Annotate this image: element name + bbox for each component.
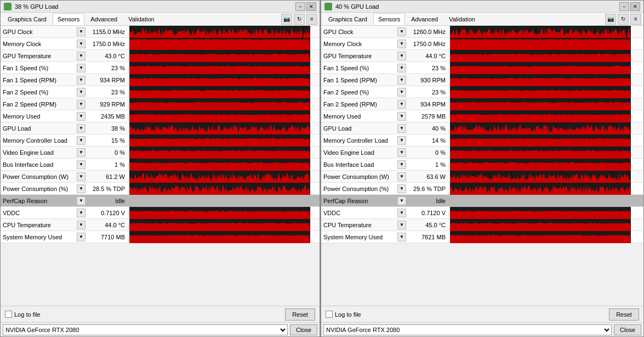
sensor-value-cell: 7710 MB: [86, 234, 129, 240]
right-tab-sensors[interactable]: Sensors: [373, 13, 405, 25]
sensor-value-cell: 7821 MB: [406, 234, 450, 240]
sensor-value-cell: 0 %: [406, 149, 450, 156]
sensor-dropdown-arrow[interactable]: ▼: [397, 172, 406, 181]
left-minimize-button[interactable]: –: [295, 2, 305, 11]
sensor-dropdown-arrow[interactable]: ▼: [397, 221, 406, 229]
sensor-graph-cell: [129, 171, 320, 183]
right-log-label: Log to file: [335, 311, 607, 318]
graph-marker-line: [303, 26, 303, 38]
sensor-name-cell: CPU Temperature▼: [321, 221, 406, 229]
left-menu-icon[interactable]: ≡: [306, 14, 317, 25]
sensor-graph-cell: [129, 98, 320, 110]
sensor-name-cell: Memory Used▼: [321, 112, 406, 121]
sensor-dropdown-arrow[interactable]: ▼: [77, 184, 86, 193]
left-close-btn[interactable]: Close: [290, 324, 317, 335]
right-window: 40 % GPU Load – ✕ Graphics Card Sensors …: [321, 0, 644, 337]
sensor-dropdown-arrow[interactable]: ▼: [397, 112, 406, 121]
sensor-dropdown-arrow[interactable]: ▼: [397, 76, 406, 85]
sensor-value-cell: 15 %: [86, 137, 129, 144]
sensor-dropdown-arrow[interactable]: ▼: [397, 233, 406, 241]
left-reset-button[interactable]: Reset: [285, 308, 315, 321]
right-gpu-select[interactable]: NVIDIA GeForce RTX 2080: [323, 324, 612, 335]
sensor-dropdown-arrow[interactable]: ▼: [77, 209, 86, 217]
sensor-graph-cell: [450, 38, 643, 50]
right-reset-button[interactable]: Reset: [609, 308, 639, 321]
sensor-name-label: GPU Clock: [3, 29, 76, 35]
sensor-name-label: System Memory Used: [3, 234, 76, 240]
sensor-name-label: GPU Clock: [323, 29, 396, 35]
sensor-dropdown-arrow[interactable]: ▼: [77, 52, 86, 60]
sensor-dropdown-arrow[interactable]: ▼: [397, 88, 406, 97]
sensor-dropdown-arrow[interactable]: ▼: [397, 124, 406, 133]
sensor-name-label: Memory Used: [3, 113, 76, 120]
sensor-name-label: Memory Controller Load: [323, 137, 396, 144]
sensor-name-cell: VDDC▼: [321, 209, 406, 217]
sensor-dropdown-arrow[interactable]: ▼: [77, 221, 86, 229]
sensor-value-cell: 1750.0 MHz: [406, 41, 450, 47]
sensor-dropdown-arrow[interactable]: ▼: [77, 64, 86, 72]
left-close-button[interactable]: ✕: [306, 2, 316, 11]
right-tab-validation[interactable]: Validation: [444, 13, 480, 25]
sensor-graph-cell: [129, 74, 320, 86]
sensor-dropdown-arrow[interactable]: ▼: [77, 172, 86, 181]
left-tab-advanced[interactable]: Advanced: [86, 13, 122, 25]
sensor-name-label: Fan 1 Speed (RPM): [323, 77, 396, 83]
right-close-btn[interactable]: Close: [614, 324, 641, 335]
right-tab-graphics-card[interactable]: Graphics Card: [323, 13, 372, 25]
sensor-graph-cell: [450, 74, 643, 86]
sensor-dropdown-arrow[interactable]: ▼: [397, 209, 406, 217]
right-menu-icon[interactable]: ≡: [630, 14, 641, 25]
right-close-button[interactable]: ✕: [630, 2, 640, 11]
table-row: CPU Temperature▼45.0 °C: [321, 219, 643, 231]
sensor-value-cell: 1750.0 MHz: [86, 41, 129, 47]
sensor-dropdown-arrow[interactable]: ▼: [77, 112, 86, 121]
right-minimize-button[interactable]: –: [619, 2, 629, 11]
sensor-dropdown-arrow[interactable]: ▼: [77, 136, 86, 145]
left-log-checkbox[interactable]: [5, 311, 12, 318]
sensor-dropdown-arrow[interactable]: ▼: [397, 64, 406, 72]
sensor-dropdown-arrow[interactable]: ▼: [397, 52, 406, 60]
sensor-dropdown-arrow[interactable]: ▼: [397, 148, 406, 157]
sensor-dropdown-arrow[interactable]: ▼: [77, 40, 86, 48]
sensor-name-label: Power Consumption (%): [3, 186, 76, 192]
left-tab-sensors[interactable]: Sensors: [53, 13, 84, 25]
sensor-dropdown-arrow[interactable]: ▼: [77, 100, 86, 109]
sensor-dropdown-arrow[interactable]: ▼: [397, 196, 406, 205]
right-camera-icon[interactable]: 📷: [605, 14, 616, 25]
sensor-value-cell: 1260.0 MHz: [406, 29, 450, 35]
left-tab-validation[interactable]: Validation: [123, 13, 159, 25]
sensor-dropdown-arrow[interactable]: ▼: [397, 100, 406, 109]
sensor-graph-cell: [450, 98, 643, 110]
sensor-graph-cell: [450, 62, 643, 74]
left-tab-graphics-card[interactable]: Graphics Card: [3, 13, 52, 25]
sensor-dropdown-arrow[interactable]: ▼: [397, 160, 406, 169]
left-refresh-icon[interactable]: ↻: [294, 14, 305, 25]
right-tab-advanced[interactable]: Advanced: [406, 13, 443, 25]
left-gpu-select[interactable]: NVIDIA GeForce RTX 2080: [3, 324, 288, 335]
sensor-value-cell: 934 RPM: [406, 101, 450, 108]
sensor-dropdown-arrow[interactable]: ▼: [397, 27, 406, 36]
sensor-dropdown-arrow[interactable]: ▼: [77, 148, 86, 157]
sensor-name-label: VDDC: [3, 210, 76, 216]
sensor-dropdown-arrow[interactable]: ▼: [77, 233, 86, 241]
left-camera-icon[interactable]: 📷: [281, 14, 292, 25]
sensor-dropdown-arrow[interactable]: ▼: [77, 160, 86, 169]
sensor-dropdown-arrow[interactable]: ▼: [397, 40, 406, 48]
sensor-dropdown-arrow[interactable]: ▼: [77, 76, 86, 85]
sensor-dropdown-arrow[interactable]: ▼: [397, 136, 406, 145]
sensor-dropdown-arrow[interactable]: ▼: [77, 88, 86, 97]
right-title-controls: – ✕: [619, 2, 640, 11]
right-log-checkbox[interactable]: [326, 311, 333, 318]
table-row: PerfCap Reason▼Idle: [321, 195, 643, 207]
sensor-name-cell: Fan 2 Speed (%)▼: [321, 88, 406, 97]
sensor-dropdown-arrow[interactable]: ▼: [77, 27, 86, 36]
sensor-graph-cell: [450, 86, 643, 98]
sensor-dropdown-arrow[interactable]: ▼: [77, 196, 86, 205]
right-refresh-icon[interactable]: ↻: [618, 14, 629, 25]
sensor-value-cell: 44.0 °C: [86, 222, 129, 228]
sensor-dropdown-arrow[interactable]: ▼: [397, 184, 406, 193]
sensor-value-cell: 44.0 °C: [406, 53, 450, 59]
sensor-name-label: Power Consumption (W): [3, 173, 76, 180]
table-row: GPU Load▼40 %: [321, 122, 643, 134]
sensor-dropdown-arrow[interactable]: ▼: [77, 124, 86, 133]
